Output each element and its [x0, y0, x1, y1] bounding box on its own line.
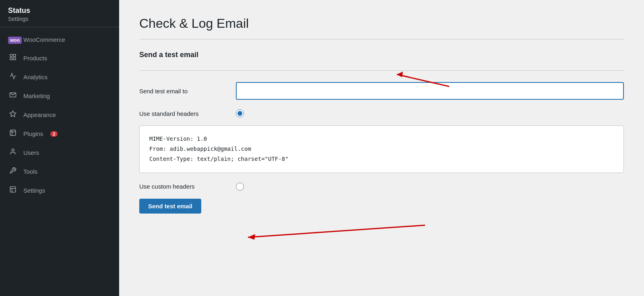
sidebar-item-label: Appearance [23, 111, 56, 118]
email-label: Send test email to [139, 88, 228, 95]
title-divider [139, 39, 624, 39]
email-row: Send test email to [139, 82, 624, 100]
sidebar-item-appearance[interactable]: Appearance [0, 105, 119, 124]
sidebar: Status Settings woo WooCommerce Products [0, 0, 119, 296]
headers-line2: From: adib.webappick@gmail.com [149, 144, 614, 154]
standard-headers-label: Use standard headers [139, 110, 228, 117]
sidebar-item-plugins[interactable]: Plugins 2 [0, 124, 119, 143]
products-icon [8, 53, 18, 63]
sidebar-item-users[interactable]: Users [0, 143, 119, 162]
main-content: Check & Log Email Send a test email Send… [119, 0, 644, 296]
headers-box: MIME-Version: 1.0 From: adib.webappick@g… [139, 125, 624, 173]
headers-line1: MIME-Version: 1.0 [149, 134, 614, 144]
section-heading: Send a test email [139, 51, 624, 59]
send-test-email-button[interactable]: Send test email [139, 199, 201, 214]
svg-rect-6 [10, 187, 16, 192]
tools-icon [8, 167, 18, 176]
sidebar-item-woocommerce[interactable]: woo WooCommerce [0, 31, 119, 49]
sidebar-nav: woo WooCommerce Products Analytics [0, 27, 119, 296]
custom-headers-row: Use custom headers [139, 183, 624, 191]
sidebar-item-label: Analytics [23, 74, 47, 80]
svg-rect-0 [10, 54, 12, 56]
section-divider [139, 70, 624, 71]
status-label: Status [8, 6, 111, 15]
settings-sublabel: Settings [8, 16, 111, 22]
svg-point-5 [12, 149, 14, 151]
svg-rect-1 [14, 54, 16, 56]
sidebar-item-products[interactable]: Products [0, 49, 119, 68]
sidebar-header: Status Settings [0, 0, 119, 27]
appearance-icon [8, 110, 18, 119]
page-title: Check & Log Email [139, 16, 624, 31]
sidebar-item-label: Tools [23, 168, 37, 175]
custom-headers-radio[interactable] [236, 183, 244, 191]
settings-icon [8, 186, 18, 195]
sidebar-item-label: Users [23, 149, 39, 156]
plugins-icon [8, 129, 18, 138]
svg-line-11 [248, 225, 425, 237]
users-icon [8, 148, 18, 157]
sidebar-item-label: Plugins [23, 130, 43, 137]
headers-line3: Content-Type: text/plain; charset="UTF-8… [149, 154, 614, 164]
standard-headers-radio[interactable] [236, 109, 244, 117]
woocommerce-icon: woo [8, 35, 18, 44]
sidebar-item-label: Marketing [23, 92, 50, 99]
marketing-icon [8, 91, 18, 101]
plugins-badge: 2 [50, 131, 58, 137]
email-input[interactable] [236, 82, 624, 100]
sidebar-item-tools[interactable]: Tools [0, 162, 119, 181]
sidebar-item-settings[interactable]: Settings [0, 181, 119, 200]
sidebar-item-label: WooCommerce [23, 36, 65, 43]
svg-marker-10 [397, 72, 403, 77]
sidebar-item-label: Products [23, 55, 47, 62]
custom-headers-label: Use custom headers [139, 183, 228, 190]
svg-marker-12 [248, 234, 255, 240]
sidebar-item-marketing[interactable]: Marketing [0, 86, 119, 105]
svg-rect-3 [14, 58, 16, 60]
analytics-icon [8, 72, 18, 82]
sidebar-item-analytics[interactable]: Analytics [0, 68, 119, 86]
svg-rect-2 [10, 58, 12, 60]
sidebar-item-label: Settings [23, 187, 45, 194]
standard-headers-row: Use standard headers [139, 109, 624, 117]
